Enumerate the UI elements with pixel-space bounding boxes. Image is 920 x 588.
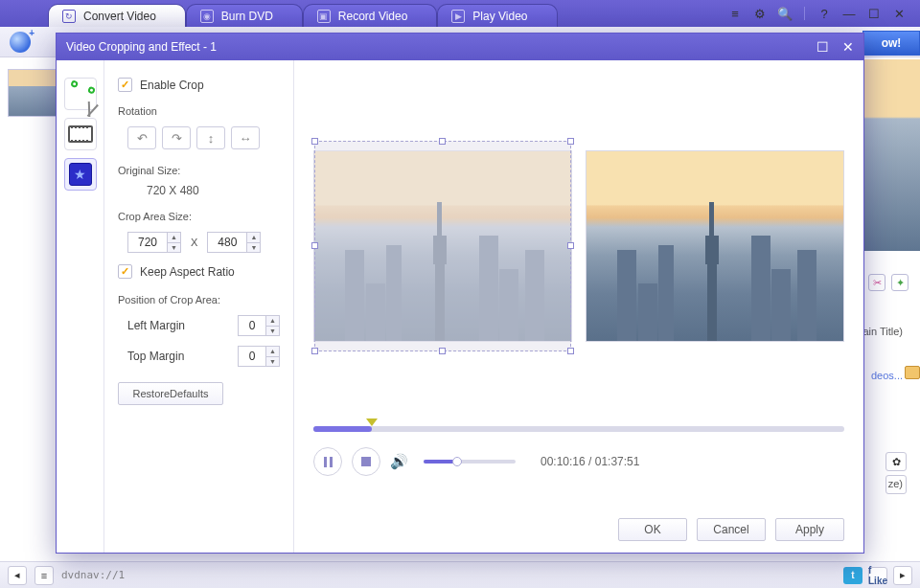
- top-margin-label: Top Margin: [127, 350, 184, 363]
- tab-label: Record Video: [338, 10, 408, 23]
- crop-handle[interactable]: [311, 138, 318, 145]
- crop-result-canvas: [586, 150, 844, 342]
- burn-icon: ◉: [200, 10, 214, 23]
- up-arrow-icon[interactable]: ▲: [266, 347, 279, 357]
- crop-area-size-label: Crop Area Size:: [118, 211, 280, 222]
- footer-list-button[interactable]: ≡: [34, 566, 54, 585]
- apply-button[interactable]: Apply: [775, 518, 844, 541]
- crop-handle[interactable]: [439, 348, 446, 354]
- timeline-slider[interactable]: [313, 426, 844, 432]
- footer-next-button[interactable]: ▸: [893, 566, 912, 585]
- tab-label: Burn DVD: [221, 10, 273, 23]
- down-arrow-icon[interactable]: ▼: [266, 357, 279, 367]
- timeline-marker-icon[interactable]: [366, 418, 378, 426]
- crop-height-stepper[interactable]: ▲▼: [207, 232, 261, 253]
- top-margin-input[interactable]: [239, 347, 265, 366]
- tab-label: Play Video: [472, 10, 527, 23]
- crop-handle[interactable]: [567, 138, 574, 145]
- crop-width-stepper[interactable]: ▲▼: [127, 232, 181, 253]
- keep-aspect-checkbox[interactable]: ✓: [118, 264, 132, 279]
- left-margin-label: Left Margin: [127, 319, 185, 332]
- crop-tool-button[interactable]: [64, 78, 97, 110]
- gear-icon[interactable]: ⚙: [752, 6, 768, 21]
- dialog-title: Video Cropping and Effect - 1: [66, 40, 217, 54]
- record-icon: ▣: [317, 10, 331, 23]
- rotation-heading: Rotation: [118, 105, 280, 117]
- timecode: 00:10:16 / 01:37:51: [540, 455, 639, 468]
- up-arrow-icon[interactable]: ▲: [266, 316, 279, 327]
- pause-button[interactable]: [313, 447, 342, 476]
- effect-tool-button[interactable]: ★: [64, 158, 97, 191]
- original-size-label: Original Size:: [118, 165, 280, 176]
- down-arrow-icon[interactable]: ▼: [247, 243, 260, 253]
- twitter-icon[interactable]: t: [843, 567, 862, 584]
- crop-effect-dialog: Video Cropping and Effect - 1 ☐ ✕ ★ ✓ En…: [56, 33, 864, 554]
- x-separator: X: [191, 237, 197, 248]
- deos-link[interactable]: deos...: [871, 370, 903, 381]
- upgrade-button[interactable]: ow!: [862, 31, 920, 56]
- window-close-icon[interactable]: ✕: [891, 6, 907, 21]
- ze-text: ze): [888, 478, 903, 489]
- position-heading: Position of Crop Area:: [118, 294, 280, 305]
- dialog-maximize-icon[interactable]: ☐: [816, 39, 829, 55]
- tab-label: Convert Video: [83, 10, 156, 23]
- original-size-value: 720 X 480: [118, 182, 280, 207]
- left-margin-stepper[interactable]: ▲▼: [238, 315, 280, 336]
- footer-address: dvdnav://1: [61, 569, 125, 581]
- enable-crop-label: Enable Crop: [140, 79, 204, 92]
- menu-icon[interactable]: ≡: [727, 6, 743, 21]
- rotate-left-button[interactable]: ↶: [127, 126, 156, 149]
- crop-height-input[interactable]: [208, 233, 246, 252]
- timeline-progress: [313, 426, 372, 432]
- star-icon: ★: [69, 163, 92, 186]
- up-arrow-icon[interactable]: ▲: [168, 233, 180, 243]
- settings-gear-button[interactable]: ✿: [886, 452, 907, 471]
- crop-handle[interactable]: [311, 348, 318, 354]
- top-margin-stepper[interactable]: ▲▼: [238, 346, 280, 367]
- flip-horizontal-button[interactable]: ↔: [231, 126, 260, 149]
- ok-button[interactable]: OK: [618, 518, 687, 541]
- wand-icon[interactable]: ✦: [891, 274, 908, 291]
- help-icon[interactable]: ?: [816, 6, 832, 21]
- flip-vertical-button[interactable]: ↕: [196, 126, 225, 149]
- keep-aspect-label: Keep Aspect Ratio: [140, 265, 235, 279]
- rotate-right-button[interactable]: ↷: [162, 126, 191, 149]
- crop-width-input[interactable]: [128, 233, 167, 252]
- left-margin-input[interactable]: [239, 316, 265, 335]
- down-arrow-icon[interactable]: ▼: [168, 243, 180, 253]
- separator: [804, 7, 805, 20]
- stop-button[interactable]: [352, 447, 380, 476]
- scissors-icon[interactable]: ✂: [868, 274, 886, 291]
- enable-crop-checkbox[interactable]: ✓: [118, 78, 132, 92]
- main-tabs: ↻Convert Video ◉Burn DVD ▣Record Video ▶…: [48, 0, 558, 27]
- window-maximize-icon[interactable]: ☐: [866, 6, 882, 21]
- volume-knob[interactable]: [452, 457, 462, 466]
- add-disc-icon[interactable]: [10, 32, 31, 53]
- footer-prev-button[interactable]: ◂: [8, 566, 27, 585]
- crop-handle[interactable]: [567, 242, 574, 249]
- play-tab-icon: ▶: [451, 10, 465, 23]
- restore-defaults-button[interactable]: RestoreDefaults: [118, 382, 223, 405]
- volume-icon[interactable]: 🔊: [390, 453, 408, 470]
- crop-source-canvas[interactable]: [313, 150, 572, 342]
- tab-burn[interactable]: ◉Burn DVD: [186, 4, 303, 27]
- tab-convert[interactable]: ↻Convert Video: [48, 4, 186, 27]
- window-minimize-icon[interactable]: —: [841, 6, 857, 21]
- fb-like-button[interactable]: f Like: [868, 567, 887, 584]
- dialog-close-icon[interactable]: ✕: [842, 39, 854, 55]
- crop-handle[interactable]: [439, 138, 446, 145]
- folder-icon[interactable]: [905, 366, 920, 379]
- trim-tool-button[interactable]: [64, 118, 97, 150]
- up-arrow-icon[interactable]: ▲: [247, 233, 260, 243]
- volume-slider[interactable]: [424, 460, 516, 464]
- cancel-button[interactable]: Cancel: [697, 518, 766, 541]
- search-icon[interactable]: 🔍: [777, 6, 793, 21]
- tab-record[interactable]: ▣Record Video: [303, 4, 438, 27]
- crop-handle[interactable]: [311, 242, 318, 249]
- tab-play[interactable]: ▶Play Video: [437, 4, 557, 27]
- crop-handle[interactable]: [567, 348, 574, 354]
- convert-icon: ↻: [62, 10, 76, 23]
- down-arrow-icon[interactable]: ▼: [266, 327, 279, 336]
